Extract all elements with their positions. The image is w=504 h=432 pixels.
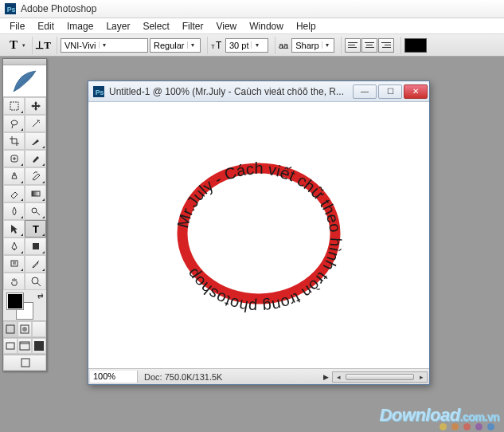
- zoom-level-input[interactable]: 100%: [90, 371, 138, 383]
- type-tool-indicator: T: [6, 38, 21, 53]
- menubar: File Edit Image Layer Select Filter View…: [0, 18, 504, 34]
- menu-help[interactable]: Help: [290, 19, 322, 33]
- close-button[interactable]: ✕: [404, 84, 428, 99]
- notes-tool[interactable]: [3, 255, 25, 273]
- magic-wand-tool[interactable]: [25, 115, 46, 132]
- eraser-tool[interactable]: [3, 185, 25, 202]
- svg-text:T: T: [211, 43, 215, 50]
- type-tool[interactable]: T: [25, 220, 46, 238]
- font-family-dropdown[interactable]: VNI-Vivi ▾: [61, 38, 148, 53]
- path-selection-tool[interactable]: [3, 220, 25, 238]
- lasso-tool[interactable]: [3, 115, 25, 132]
- menu-edit[interactable]: Edit: [31, 19, 61, 33]
- brush-tool[interactable]: [25, 150, 46, 167]
- menu-file[interactable]: File: [3, 19, 31, 33]
- align-right-button[interactable]: [378, 38, 394, 53]
- healing-brush-tool[interactable]: [3, 150, 25, 167]
- orientation-toggle[interactable]: ⊥T: [36, 38, 50, 53]
- svg-text:Mr.July - Cách viết chữ theo h: Mr.July - Cách viết chữ theo hình tròn t…: [174, 159, 345, 316]
- menu-layer[interactable]: Layer: [100, 19, 136, 33]
- document-canvas[interactable]: Mr.July - Cách viết chữ theo hình tròn t…: [88, 102, 429, 368]
- minimize-button[interactable]: —: [353, 84, 377, 99]
- screen-mode-full[interactable]: [32, 338, 46, 354]
- screen-mode-full-menubar[interactable]: [18, 338, 32, 354]
- font-style-value: Regular: [154, 41, 185, 50]
- tool-preset-arrow[interactable]: ▾: [22, 42, 25, 49]
- menu-view[interactable]: View: [209, 19, 243, 33]
- svg-rect-12: [6, 325, 14, 333]
- jump-to-imageready-button[interactable]: [3, 355, 46, 371]
- font-size-dropdown[interactable]: 30 pt ▾: [225, 38, 268, 53]
- move-tool[interactable]: [25, 97, 46, 115]
- menu-select[interactable]: Select: [136, 19, 175, 33]
- watermark-dots: [440, 423, 494, 430]
- document-titlebar[interactable]: Ps Untitled-1 @ 100% (Mr.July - Caùch vi…: [88, 81, 429, 102]
- photoshop-doc-icon: Ps: [93, 86, 104, 97]
- status-menu-arrow[interactable]: ▶: [320, 373, 332, 381]
- pen-tool[interactable]: [3, 238, 25, 255]
- scroll-left-arrow[interactable]: ◂: [333, 373, 344, 381]
- gradient-tool[interactable]: [25, 185, 46, 202]
- antialias-dropdown[interactable]: Sharp ▾: [291, 38, 334, 53]
- blur-tool[interactable]: [3, 202, 25, 220]
- dodge-tool[interactable]: [25, 202, 46, 220]
- antialias-label: aa: [279, 41, 288, 50]
- chevron-down-icon: ▾: [187, 41, 198, 49]
- app-titlebar: Ps Adobe Photoshop: [0, 0, 504, 18]
- svg-text:Ps: Ps: [7, 6, 16, 14]
- document-statusbar: 100% Doc: 750.0K/131.5K ▶ ◂ ▸: [88, 368, 429, 384]
- svg-text:Ps: Ps: [96, 88, 104, 96]
- zoom-tool[interactable]: [25, 273, 46, 290]
- standard-mode-button[interactable]: [3, 321, 18, 337]
- font-size-icon: TT: [211, 40, 224, 51]
- color-swatches[interactable]: ⇄: [3, 290, 46, 320]
- align-left-button[interactable]: [345, 38, 361, 53]
- crop-tool[interactable]: [3, 132, 25, 150]
- font-family-value: VNI-Vivi: [64, 41, 96, 50]
- svg-rect-18: [34, 341, 44, 351]
- svg-rect-19: [21, 359, 29, 367]
- hand-tool[interactable]: [3, 273, 25, 290]
- svg-text:T: T: [216, 40, 222, 51]
- screen-mode-standard[interactable]: [3, 338, 18, 354]
- slice-tool[interactable]: [25, 132, 46, 150]
- text-color-swatch[interactable]: [404, 38, 427, 53]
- scroll-right-arrow[interactable]: ▸: [416, 373, 427, 381]
- document-window[interactable]: Ps Untitled-1 @ 100% (Mr.July - Caùch vi…: [88, 81, 430, 385]
- path-text: Mr.July - Cách viết chữ theo hình tròn t…: [174, 159, 345, 316]
- photoshop-feather-logo: [3, 65, 46, 97]
- horizontal-scrollbar[interactable]: ◂ ▸: [332, 371, 428, 383]
- history-brush-tool[interactable]: [25, 167, 46, 185]
- svg-point-14: [22, 327, 27, 332]
- maximize-button[interactable]: ☐: [378, 84, 402, 99]
- tools-palette[interactable]: T ⇄: [2, 58, 47, 371]
- font-style-dropdown[interactable]: Regular ▾: [150, 38, 201, 53]
- work-area: T ⇄ Ps Untitled-1: [0, 57, 504, 432]
- antialias-value: Sharp: [295, 41, 318, 50]
- shape-tool[interactable]: [25, 238, 46, 255]
- align-center-button[interactable]: [361, 38, 377, 53]
- svg-rect-4: [10, 102, 18, 110]
- svg-point-11: [32, 277, 38, 284]
- marquee-tool[interactable]: [3, 97, 25, 115]
- chevron-down-icon: ▾: [99, 41, 110, 49]
- quickmask-mode-button[interactable]: [18, 321, 32, 337]
- svg-rect-6: [32, 191, 40, 196]
- canvas-artwork: Mr.July - Cách viết chữ theo hình tròn t…: [155, 146, 362, 324]
- svg-rect-9: [33, 243, 39, 249]
- clone-stamp-tool[interactable]: [3, 167, 25, 185]
- foreground-color-swatch[interactable]: [6, 293, 24, 310]
- swap-colors-icon[interactable]: ⇄: [37, 292, 44, 300]
- menu-image[interactable]: Image: [61, 19, 100, 33]
- photoshop-icon: Ps: [5, 3, 16, 14]
- scroll-thumb[interactable]: [346, 374, 414, 380]
- eyedropper-tool[interactable]: [25, 255, 46, 273]
- document-size-status: Doc: 750.0K/131.5K: [139, 372, 320, 382]
- menu-filter[interactable]: Filter: [176, 19, 210, 33]
- svg-point-7: [32, 208, 37, 213]
- font-size-value: 30 pt: [229, 41, 248, 50]
- palette-grip[interactable]: [3, 59, 46, 65]
- svg-text:T: T: [33, 223, 39, 234]
- menu-window[interactable]: Window: [243, 19, 290, 33]
- svg-rect-15: [6, 343, 14, 349]
